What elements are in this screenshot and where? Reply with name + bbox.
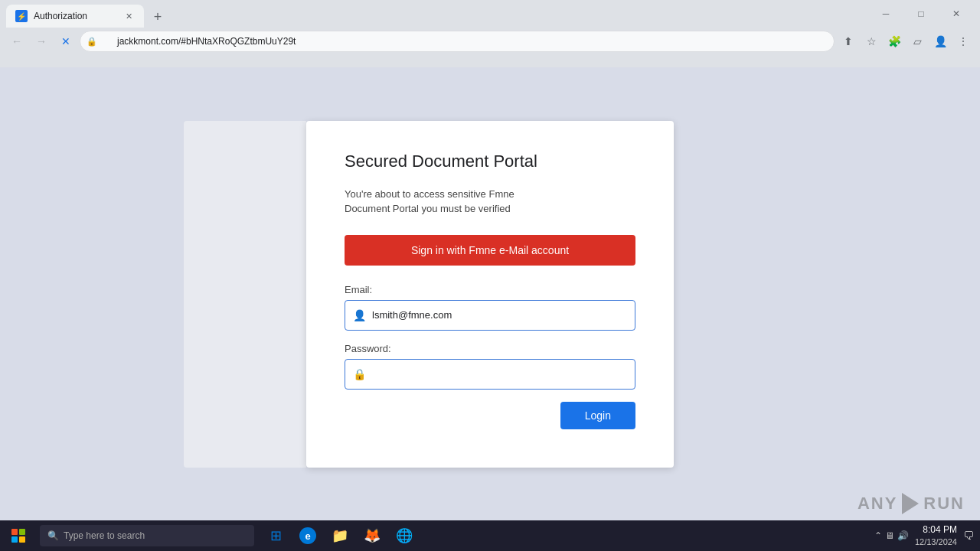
card-left-panel <box>184 121 306 468</box>
maximize-button[interactable]: □ <box>903 2 939 26</box>
card-container: Secured Document Portal You're about to … <box>306 121 674 468</box>
password-input[interactable] <box>372 368 627 380</box>
taskbar-right: ⌃ 🖥 🔊 8:04 PM 12/13/2024 🗨 <box>874 524 980 547</box>
password-form-group: Password: 🔒 <box>345 343 635 390</box>
taskbar-search[interactable]: 🔍 Type here to search <box>40 525 254 546</box>
start-button[interactable] <box>0 520 37 551</box>
url-display: jackkmont.com/#bHNtaXRoQGZtbmUuY29t <box>102 36 296 47</box>
email-label: Email: <box>345 284 635 295</box>
file-explorer-icon: 📁 <box>332 527 348 544</box>
reload-button[interactable]: ✕ <box>55 31 77 52</box>
email-form-group: Email: 👤 <box>345 284 635 331</box>
chrome-icon: 🌐 <box>396 527 413 544</box>
start-icon-red <box>11 529 18 535</box>
sign-in-email-button[interactable]: Sign in with Fmne e-Mail account <box>345 235 635 266</box>
tray-arrow-icon[interactable]: ⌃ <box>874 530 882 541</box>
share-button[interactable]: ⬆ <box>838 31 859 52</box>
speaker-icon[interactable]: 🔊 <box>897 530 909 541</box>
password-input-wrapper: 🔒 <box>345 359 635 390</box>
anyrun-text: ANY <box>858 494 897 514</box>
clock-date: 12/13/2024 <box>915 536 957 547</box>
page-content: Secured Document Portal You're about to … <box>0 67 980 520</box>
taskbar-firefox[interactable]: 🦊 <box>357 520 387 551</box>
anyrun-watermark: ANY RUN <box>858 493 965 514</box>
login-button[interactable]: Login <box>560 402 635 429</box>
network-icon[interactable]: 🖥 <box>885 530 894 541</box>
taskbar-task-view[interactable]: ⊞ <box>260 520 291 551</box>
forward-button[interactable]: → <box>31 31 52 52</box>
address-bar: ← → ✕ 🔒 jackkmont.com/#bHNtaXRoQGZtbmUuY… <box>0 28 980 55</box>
active-tab[interactable]: Authorization ✕ <box>6 5 144 28</box>
extensions-button[interactable]: 🧩 <box>884 31 905 52</box>
search-icon: 🔍 <box>47 530 59 541</box>
tab-title: Authorization <box>34 11 116 21</box>
address-input-wrapper[interactable]: 🔒 jackkmont.com/#bHNtaXRoQGZtbmUuY29t <box>80 31 835 52</box>
back-button[interactable]: ← <box>6 31 28 52</box>
firefox-icon: 🦊 <box>364 527 381 544</box>
tab-favicon <box>15 10 28 22</box>
start-icon-blue <box>11 536 18 543</box>
tab-close-button[interactable]: ✕ <box>122 10 135 22</box>
system-tray: ⌃ 🖥 🔊 <box>874 530 909 541</box>
close-button[interactable]: ✕ <box>939 2 974 26</box>
taskbar-edge[interactable]: e <box>292 520 323 551</box>
title-bar: Authorization ✕ + ─ □ ✕ <box>0 0 980 28</box>
password-label: Password: <box>345 343 635 354</box>
card-description: You're about to access sensitive Fmne Do… <box>345 187 635 217</box>
email-input-wrapper: 👤 <box>345 300 635 331</box>
anyrun-play-icon <box>902 493 919 514</box>
taskbar-apps: ⊞ e 📁 🦊 🌐 <box>260 520 420 551</box>
bookmark-button[interactable]: ☆ <box>861 31 882 52</box>
window-controls: ─ □ ✕ <box>868 2 974 26</box>
user-icon: 👤 <box>353 309 366 321</box>
browser-frame: Authorization ✕ + ─ □ ✕ ← → ✕ 🔒 jackkmon… <box>0 0 980 67</box>
task-view-icon: ⊞ <box>267 527 284 544</box>
login-card: Secured Document Portal You're about to … <box>306 121 674 468</box>
anyrun-text2: RUN <box>923 494 965 514</box>
lock-field-icon: 🔒 <box>353 368 366 380</box>
minimize-button[interactable]: ─ <box>868 2 903 26</box>
system-clock[interactable]: 8:04 PM 12/13/2024 <box>915 524 957 547</box>
search-placeholder: Type here to search <box>64 530 145 541</box>
address-actions: ⬆ ☆ 🧩 ▱ 👤 ⋮ <box>838 31 974 52</box>
start-icon-yellow <box>19 536 25 543</box>
taskbar-chrome[interactable]: 🌐 <box>389 520 420 551</box>
edge-icon: e <box>299 527 316 544</box>
split-view-button[interactable]: ▱ <box>906 31 928 52</box>
profile-button[interactable]: 👤 <box>929 31 951 52</box>
start-icon-green <box>19 529 25 535</box>
new-tab-button[interactable]: + <box>147 6 168 28</box>
windows-icon <box>11 529 25 543</box>
taskbar: 🔍 Type here to search ⊞ e 📁 🦊 🌐 ⌃ 🖥 🔊 8:… <box>0 520 980 551</box>
taskbar-file-explorer[interactable]: 📁 <box>325 520 355 551</box>
menu-button[interactable]: ⋮ <box>952 31 974 52</box>
tab-area: Authorization ✕ + <box>6 0 168 28</box>
clock-time: 8:04 PM <box>915 524 957 536</box>
notification-icon[interactable]: 🗨 <box>963 530 974 542</box>
email-input[interactable] <box>372 309 627 321</box>
lock-icon: 🔒 <box>87 37 97 47</box>
card-title: Secured Document Portal <box>345 152 635 171</box>
